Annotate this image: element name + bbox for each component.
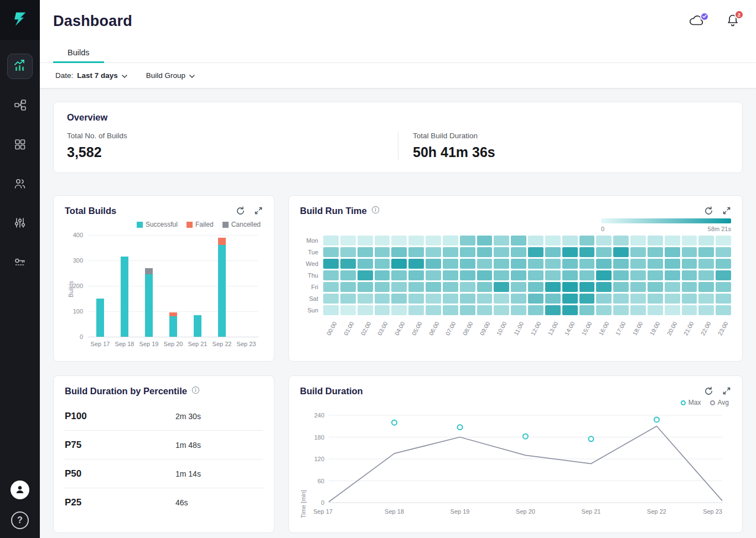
heatmap-cell xyxy=(562,270,578,280)
sidebar-item-apps[interactable] xyxy=(7,132,33,158)
total-builds-expand-button[interactable] xyxy=(254,206,263,216)
total-builds-refresh-button[interactable] xyxy=(236,206,245,216)
heatmap-cell xyxy=(511,270,526,280)
heatmap-cell xyxy=(613,236,629,246)
avatar[interactable] xyxy=(11,480,29,499)
total-builds-chart: Builds 0100200300400Sep 17Sep 18Sep 19Se… xyxy=(65,229,263,352)
heatmap-x-tick-label: 03:00 xyxy=(376,321,389,337)
heatmap-cell xyxy=(511,236,526,246)
heatmap-cell xyxy=(375,294,390,304)
app-logo[interactable] xyxy=(0,0,40,40)
heatmap-cell xyxy=(460,247,475,257)
expand-icon xyxy=(254,206,263,216)
heatmap-cell xyxy=(460,282,475,292)
heatmap-cell xyxy=(613,259,629,269)
heatmap-x-tick: 03:00 xyxy=(374,316,391,342)
heatmap-cell xyxy=(698,305,714,315)
heatmap-row: Tue xyxy=(300,247,731,257)
bar-segment xyxy=(121,257,128,337)
heatmap-x-tick: 20:00 xyxy=(663,316,680,342)
heatmap-cell xyxy=(477,270,493,280)
heatmap-cell xyxy=(682,270,697,280)
heatmap-cell xyxy=(375,305,390,315)
legend-label: Cancelled xyxy=(231,221,261,228)
build-run-time-refresh-button[interactable] xyxy=(704,206,713,216)
bar-segment xyxy=(169,312,177,316)
heatmap-cell xyxy=(579,294,595,304)
tabs-bar: Builds xyxy=(40,42,756,63)
y-tick-label: 400 xyxy=(73,232,83,238)
heatmap-cell xyxy=(630,282,646,292)
heatmap-cell xyxy=(528,305,543,315)
heatmap-day-label: Mon xyxy=(300,237,323,244)
heatmap-cell xyxy=(716,282,731,292)
build-duration-refresh-button[interactable] xyxy=(704,386,713,396)
x-tick-label: Sep 23 xyxy=(237,341,256,347)
notifications-button[interactable]: 2 xyxy=(726,13,739,29)
heatmap-cell xyxy=(545,294,561,304)
tab-builds[interactable]: Builds xyxy=(53,42,104,62)
max-point xyxy=(654,417,659,422)
heatmap-cell xyxy=(477,305,493,315)
heatmap-cell xyxy=(511,282,526,292)
heatmap-cell xyxy=(443,270,458,280)
legend-label: Failed xyxy=(195,221,214,228)
heatmap-cell xyxy=(443,282,458,292)
heatmap-cell xyxy=(511,305,526,315)
heatmap-cell xyxy=(682,259,697,269)
sidebar-item-insights[interactable] xyxy=(7,54,33,79)
date-filter[interactable]: Date: Last 7 days xyxy=(49,67,134,84)
heatmap-cell xyxy=(596,270,612,280)
x-tick-label: Sep 18 xyxy=(385,508,404,515)
build-run-time-title: Build Run Time xyxy=(300,206,367,216)
build-group-filter[interactable]: Build Group xyxy=(139,67,201,84)
heatmap-cell xyxy=(648,282,663,292)
heatmap-cell xyxy=(682,236,697,246)
sidebar-item-pipelines[interactable] xyxy=(7,93,33,118)
legend-label: Successful xyxy=(146,221,178,228)
help-button[interactable]: ? xyxy=(11,511,29,529)
heatmap-cell xyxy=(579,270,595,280)
x-tick-label: Sep 18 xyxy=(115,341,134,347)
build-duration-expand-button[interactable] xyxy=(722,386,731,396)
y-tick-label: 240 xyxy=(314,412,324,419)
sync-status-button[interactable] xyxy=(688,14,705,29)
heatmap-cell xyxy=(408,294,424,304)
info-icon[interactable] xyxy=(371,206,380,216)
heatmap-cell xyxy=(562,247,578,257)
heatmap-cell xyxy=(358,282,373,292)
heatmap-cell xyxy=(630,236,646,246)
heatmap-cell xyxy=(408,270,424,280)
heatmap-cells xyxy=(323,236,731,246)
heatmap-cell xyxy=(665,236,680,246)
heatmap-cell xyxy=(375,259,390,269)
heatmap-x-tick: 16:00 xyxy=(595,316,612,342)
heatmap-x-tick-label: 21:00 xyxy=(682,321,695,337)
percentiles-title: Build Duration by Percentile xyxy=(65,386,187,396)
sidebar-item-credentials[interactable] xyxy=(7,250,33,275)
percentiles-card: Build Duration by Percentile P100 2m 30s… xyxy=(53,375,275,533)
heatmap-scale-gradient xyxy=(601,218,731,223)
percentile-row: P25 46s xyxy=(65,488,263,517)
percentile-label: P50 xyxy=(65,468,175,479)
heatmap-x-tick: 09:00 xyxy=(476,316,493,342)
max-point xyxy=(589,436,594,441)
max-marker-icon xyxy=(681,400,686,405)
heatmap-x-tick: 23:00 xyxy=(714,316,731,342)
percentile-label: P25 xyxy=(65,497,175,508)
build-group-label: Build Group xyxy=(146,71,185,80)
avg-marker-icon xyxy=(710,400,715,405)
heatmap-cell xyxy=(391,294,407,304)
percentile-value: 1m 48s xyxy=(175,441,201,450)
heatmap-cell xyxy=(358,294,373,304)
heatmap-day-label: Sat xyxy=(300,295,323,302)
sidebar-item-members[interactable] xyxy=(7,171,33,197)
info-icon[interactable] xyxy=(191,386,200,396)
build-run-time-expand-button[interactable] xyxy=(722,206,731,216)
heatmap-x-tick-label: 14:00 xyxy=(563,321,576,337)
heatmap-x-tick: 00:00 xyxy=(323,316,340,342)
sliders-icon xyxy=(13,216,27,231)
sidebar-item-settings[interactable] xyxy=(7,211,33,236)
heatmap-cell xyxy=(716,259,731,269)
heatmap-cell xyxy=(716,270,731,280)
